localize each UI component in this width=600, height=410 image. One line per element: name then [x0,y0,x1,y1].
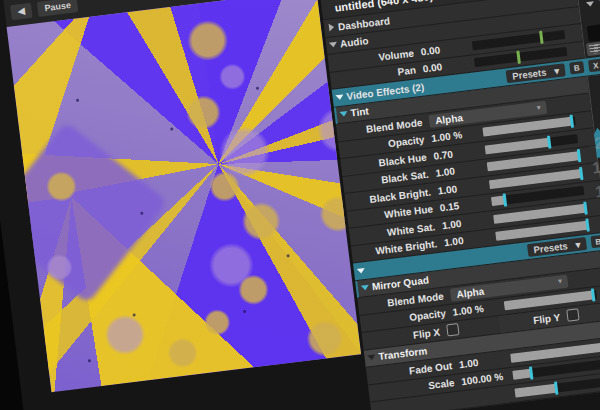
app-window: ◀ Pause T untitled (640 x 480)Dashbo [0,0,600,410]
collapse-down-icon[interactable] [326,42,341,49]
preview-monitor [7,0,362,392]
row-indent [348,218,362,220]
row-value[interactable] [463,393,515,399]
bokeh-circle [305,318,345,358]
close-button[interactable]: X [588,59,600,73]
bokeh-circle [166,336,199,369]
bokeh-circle [185,94,223,132]
bokeh-circle [103,313,148,358]
section-label-audio: Audio [340,35,369,49]
preview-art-bokeh [7,0,362,392]
flip-y-checkbox[interactable] [566,309,579,322]
collapse-right-icon[interactable] [324,23,339,33]
chevron-down-icon: ▾ [536,104,540,112]
speck-dot [132,313,135,316]
bokeh-circle [45,253,74,282]
opacity-slider-handle[interactable] [591,289,596,302]
chevron-down-icon: ▾ [575,238,581,250]
white-bright-slider-handle[interactable] [585,219,590,232]
background-panel-header: T [585,0,600,10]
collapse-down-icon[interactable] [337,111,352,118]
row-indent [328,62,342,64]
pan-slider-handle[interactable] [516,51,521,64]
effect-name-label: Tint [350,106,369,119]
row-indent [339,148,353,150]
speck-dot [76,99,79,102]
bypass-button[interactable]: B [569,61,584,75]
back-button[interactable]: ◀ [10,2,33,19]
collapse-down-icon[interactable] [358,285,373,292]
speck-dot [243,310,246,313]
black-sat-slider-handle[interactable] [577,149,582,162]
speck-dot [140,212,143,215]
background-panel-field [587,17,600,42]
speck-dot [256,87,259,90]
properties-panel: T untitled (640 x 480)DashboardAudioVolu… [320,0,600,410]
collapse-down-icon[interactable] [332,94,347,101]
bokeh-circle [185,18,230,63]
section-label-transform: Transform [378,345,428,362]
chevron-down-icon: ▾ [558,277,562,285]
row-indent [360,322,374,324]
row-slider-handle[interactable] [554,381,559,394]
black-hue-slider-handle[interactable] [547,135,552,148]
row-indent [331,79,345,81]
row-indent [369,392,383,394]
row-slider-fill [514,383,557,397]
black-bright-slider-handle[interactable] [579,167,584,180]
white-hue-slider-handle[interactable] [503,194,508,207]
blend-mode-dropdown-value: Alpha [456,285,485,299]
blend-mode-dropdown-value: Alpha [435,112,464,126]
bypass-button[interactable]: B [591,235,600,249]
bokeh-circle [240,200,282,242]
bokeh-circle [218,62,247,91]
desktop-background: ◀ Pause T untitled (640 x 480)Dashbo [0,0,600,410]
white-sat-slider-handle[interactable] [583,201,588,214]
row-indent [352,253,366,255]
row-indent [350,235,364,237]
row-indent [341,166,355,168]
scale-slider-handle[interactable] [529,367,534,380]
bokeh-circle [45,170,78,203]
opacity-slider-handle[interactable] [570,115,575,128]
collapse-down-icon[interactable] [364,354,379,361]
row-label [385,399,463,409]
panel-menu-button[interactable] [586,40,600,55]
speck-dot [286,254,289,257]
collapse-down-icon[interactable] [354,267,369,274]
row-indent [367,374,381,376]
volume-slider-handle[interactable] [539,30,544,43]
row-indent [343,183,357,185]
flip-x-checkbox[interactable] [446,323,459,336]
chevron-down-icon: ▾ [554,65,560,77]
bokeh-circle [203,308,232,337]
pause-button[interactable]: Pause [37,0,79,16]
speck-dot [88,359,91,362]
menu-icon [589,43,600,54]
speck-dot [170,127,173,130]
row-indent [337,131,351,133]
row-indent [358,305,372,307]
row-indent [345,200,359,202]
chevron-down-icon [586,1,595,7]
